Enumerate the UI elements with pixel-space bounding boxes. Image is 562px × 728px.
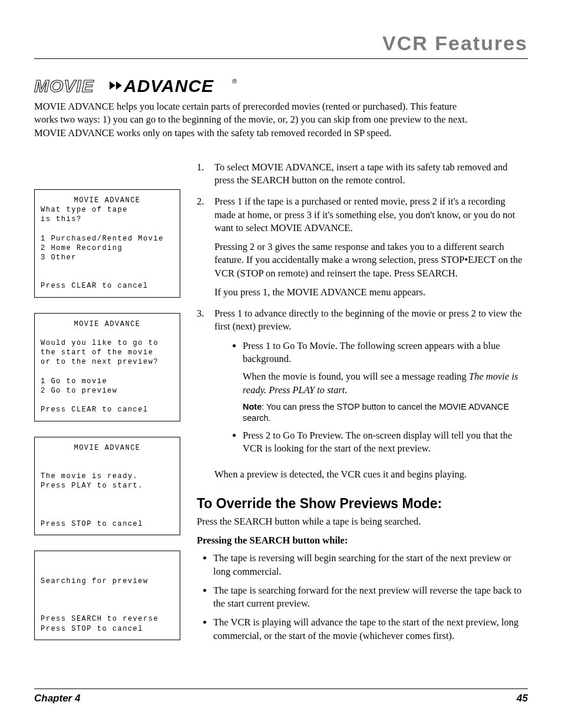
override-bullet-list: The tape is reversing will begin searchi… [197, 552, 528, 643]
osd-option: 3 Other [41, 253, 77, 262]
bullet-paragraph: When the movie is found, you will see a … [243, 370, 528, 397]
override-heading: To Override the Show Previews Mode: [197, 496, 528, 512]
note-label: Note [243, 402, 262, 411]
intro-paragraph: MOVIE ADVANCE helps you locate certain p… [34, 100, 482, 140]
page-number: 45 [517, 693, 528, 704]
step-text: Press 1 to advance directly to the begin… [214, 308, 521, 332]
osd-text: What type of tape [41, 206, 128, 214]
osd-text: or to the next preview? [41, 358, 158, 366]
step-3: Press 1 to advance directly to the begin… [197, 307, 528, 482]
override-subhead: Pressing the SEARCH button while: [197, 534, 528, 547]
chapter-label: Chapter 4 [34, 693, 80, 704]
bullet-text: Press 2 to Go To Preview. The on-screen … [243, 430, 512, 454]
svg-text:MOVIE: MOVIE [34, 76, 94, 95]
note-body: : You can press the STOP button to cance… [243, 402, 509, 423]
step-paragraph: Pressing 2 or 3 gives the same response … [214, 241, 528, 280]
osd-text: Press PLAY to start. [41, 482, 143, 490]
osd-footer: Press CLEAR to cancel [41, 406, 148, 414]
osd-footer: Press STOP to cancel [41, 520, 143, 528]
step-paragraph: When a preview is detected, the VCR cues… [214, 468, 528, 481]
section-header: VCR Features [34, 32, 528, 58]
osd-option: 1 Purchased/Rented Movie [41, 235, 164, 243]
osd-screen-1: MOVIE ADVANCEWhat type of tape is this? … [34, 189, 180, 298]
override-bullet: The tape is searching forward for the ne… [213, 584, 528, 611]
osd-screen-2: MOVIE ADVANCE Would you like to go to th… [34, 313, 180, 421]
osd-screen-4: Searching for preview Press SEARCH to re… [34, 551, 180, 640]
osd-text: Searching for preview [41, 577, 148, 585]
osd-option: 1 Go to movie [41, 377, 107, 386]
osd-text: The movie is ready. [41, 472, 138, 480]
svg-marker-2 [116, 81, 122, 90]
step-1: To select MOVIE ADVANCE, insert a tape w… [197, 161, 528, 187]
osd-option: 2 Go to preview [41, 387, 118, 395]
svg-marker-1 [110, 81, 115, 90]
step-paragraph: If you press 1, the MOVIE ADVANCE menu a… [214, 286, 528, 299]
note-text: Note: You can press the STOP button to c… [243, 401, 528, 424]
osd-title: MOVIE ADVANCE [41, 196, 174, 205]
osd-text: Would you like to go to [41, 339, 158, 347]
osd-title: MOVIE ADVANCE [41, 319, 174, 329]
osd-title: MOVIE ADVANCE [41, 443, 174, 453]
instruction-list: To select MOVIE ADVANCE, insert a tape w… [197, 161, 528, 482]
bullet-item: Press 2 to Go To Preview. The on-screen … [243, 429, 528, 456]
movie-advance-logo: MOVIE ADVANCE ® [34, 75, 528, 97]
bullet-text: Press 1 to Go To Movie. The following sc… [243, 340, 500, 364]
override-bullet: The tape is reversing will begin searchi… [213, 552, 528, 578]
page-footer: Chapter 4 45 [34, 689, 528, 704]
step-text: Press 1 if the tape is a purchased or re… [214, 196, 515, 233]
osd-option: 2 Home Recording [41, 244, 123, 252]
svg-text:ADVANCE: ADVANCE [123, 76, 214, 95]
osd-text: the start of the movie [41, 348, 153, 357]
override-bullet: The VCR is playing will advance the tape… [213, 616, 528, 643]
header-rule [34, 58, 528, 59]
osd-footer: Press STOP to cancel [41, 625, 143, 633]
osd-text: is this? [41, 215, 82, 223]
osd-footer: Press SEARCH to reverse [41, 615, 158, 623]
override-intro: Press the SEARCH button while a tape is … [197, 515, 528, 528]
osd-footer: Press CLEAR to cancel [41, 282, 148, 290]
step-text: To select MOVIE ADVANCE, insert a tape w… [214, 162, 508, 186]
osd-screen-3: MOVIE ADVANCE The movie is ready. Press … [34, 437, 180, 536]
step-2: Press 1 if the tape is a purchased or re… [197, 195, 528, 299]
svg-text:®: ® [232, 78, 237, 85]
bullet-item: Press 1 to Go To Movie. The following sc… [243, 340, 528, 424]
text-run: When the movie is found, you will see a … [243, 371, 469, 382]
